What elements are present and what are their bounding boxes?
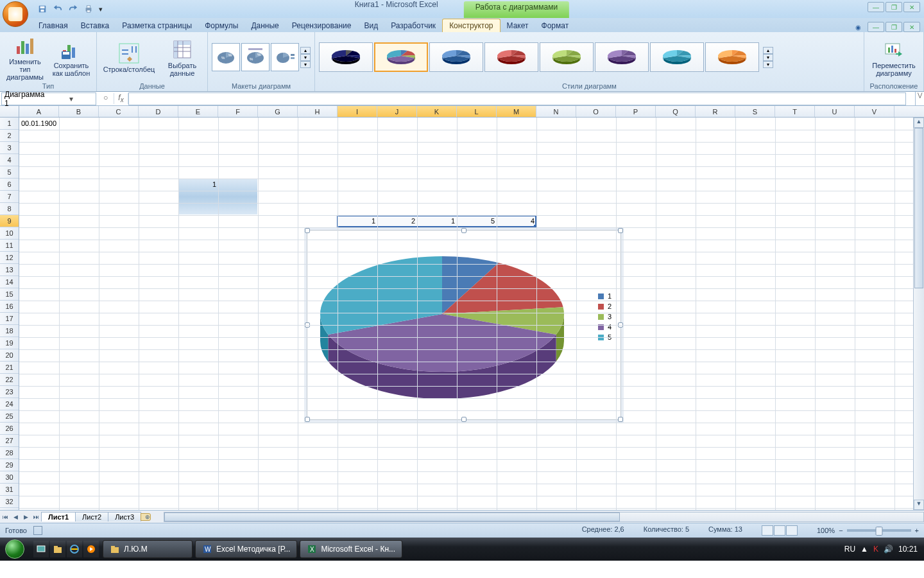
tray-lang[interactable]: RU [844, 545, 855, 554]
qat-undo-icon[interactable] [51, 3, 64, 15]
row-header-16[interactable]: 16 [0, 301, 19, 313]
formula-input[interactable] [128, 92, 906, 105]
layout-thumb-2[interactable]: %% [241, 43, 270, 71]
minimize-button[interactable]: — [868, 2, 884, 12]
ribbon-tab-Макет[interactable]: Макет [501, 19, 535, 32]
row-header-32[interactable]: 32 [0, 496, 19, 508]
col-header-G[interactable]: G [258, 106, 298, 117]
tray-volume-icon[interactable]: 🔊 [884, 545, 893, 554]
row-header-27[interactable]: 27 [0, 435, 19, 447]
ql-desktop-icon[interactable] [33, 541, 49, 557]
styles-scroll[interactable]: ▴▾▾ [763, 47, 773, 68]
row-header-19[interactable]: 19 [0, 337, 19, 349]
chart-style-1[interactable] [319, 42, 373, 72]
col-header-N[interactable]: N [536, 106, 576, 117]
col-header-O[interactable]: O [576, 106, 616, 117]
qat-redo-icon[interactable] [67, 3, 80, 15]
chart-legend[interactable]: 12345 [598, 290, 612, 344]
row-header-30[interactable]: 30 [0, 471, 19, 484]
scroll-down-icon[interactable]: ▼ [914, 500, 924, 510]
qat-dropdown-icon[interactable]: ▾ [98, 3, 104, 15]
view-break-icon[interactable] [786, 525, 798, 536]
row-header-14[interactable]: 14 [0, 276, 19, 288]
select-all-corner[interactable] [0, 106, 19, 117]
ql-explorer-icon[interactable] [50, 541, 65, 557]
new-sheet-icon[interactable]: ⊕ [141, 513, 151, 521]
tab-nav-first-icon[interactable]: ⏮ [0, 514, 10, 520]
scroll-thumb-h[interactable] [164, 512, 620, 521]
name-box-dropdown-icon[interactable]: ▾ [49, 94, 93, 103]
col-header-U[interactable]: U [815, 106, 855, 117]
layout-thumb-3[interactable] [271, 43, 299, 71]
cell-A1[interactable]: 00.01.1900 [19, 118, 59, 130]
row-header-1[interactable]: 1 [0, 118, 19, 130]
col-header-E[interactable]: E [178, 106, 218, 117]
fx-cancel-icon[interactable]: ○ [98, 93, 114, 103]
legend-item-2[interactable]: 2 [598, 302, 612, 310]
row-header-29[interactable]: 29 [0, 459, 19, 471]
col-header-D[interactable]: D [139, 106, 178, 117]
chart-style-7[interactable] [650, 42, 704, 72]
view-normal-icon[interactable] [762, 525, 773, 536]
legend-item-4[interactable]: 4 [598, 323, 612, 331]
ribbon-tab-Разработчик[interactable]: Разработчик [384, 19, 442, 32]
tab-nav-prev-icon[interactable]: ◀ [10, 514, 21, 520]
tray-clock[interactable]: 10:21 [898, 545, 918, 554]
row-header-7[interactable]: 7 [0, 191, 19, 203]
zoom-in-icon[interactable]: + [915, 527, 919, 534]
zoom-slider[interactable] [847, 529, 911, 532]
col-header-K[interactable]: K [417, 106, 457, 117]
ribbon-tab-Данные[interactable]: Данные [244, 19, 285, 32]
ribbon-tab-Формулы[interactable]: Формулы [198, 19, 244, 32]
row-header-15[interactable]: 15 [0, 288, 19, 301]
row-header-2[interactable]: 2 [0, 130, 19, 142]
taskbar-item-0[interactable]: Л.Ю.М [103, 540, 193, 558]
formula-expand-icon[interactable]: ⋁ [915, 92, 924, 106]
col-header-J[interactable]: J [377, 106, 417, 117]
zoom-out-icon[interactable]: − [839, 527, 843, 534]
col-header-I[interactable]: I [338, 106, 377, 117]
legend-item-3[interactable]: 3 [598, 313, 612, 320]
office-button[interactable] [3, 1, 28, 27]
row-header-18[interactable]: 18 [0, 325, 19, 337]
ribbon-tab-Вид[interactable]: Вид [357, 19, 384, 32]
change-chart-type-button[interactable]: Изменить тип диаграммы [4, 33, 46, 81]
col-header-R[interactable]: R [696, 106, 735, 117]
cell-L9[interactable]: 5 [457, 215, 497, 227]
row-header-21[interactable]: 21 [0, 362, 19, 374]
row-header-12[interactable]: 12 [0, 252, 19, 264]
ribbon-tab-Рецензирование[interactable]: Рецензирование [286, 19, 358, 32]
qat-save-icon[interactable] [36, 3, 49, 15]
col-header-P[interactable]: P [616, 106, 656, 117]
row-header-13[interactable]: 13 [0, 264, 19, 276]
close-button[interactable]: ✕ [903, 2, 920, 12]
doc-restore-button[interactable]: ❐ [886, 22, 902, 32]
col-header-S[interactable]: S [735, 106, 775, 117]
row-header-28[interactable]: 28 [0, 447, 19, 459]
doc-minimize-button[interactable]: — [868, 22, 884, 32]
ribbon-tab-Вставка[interactable]: Вставка [74, 19, 116, 32]
restore-button[interactable]: ❐ [886, 2, 902, 12]
chart-style-6[interactable] [595, 42, 649, 72]
row-header-23[interactable]: 23 [0, 386, 19, 398]
row-header-5[interactable]: 5 [0, 166, 19, 179]
name-box[interactable]: Диаграмма 1 ▾ [1, 92, 96, 105]
taskbar-item-1[interactable]: WExcel Методичка [Р... [195, 540, 297, 558]
col-header-M[interactable]: M [497, 106, 536, 117]
chart-grip-ne[interactable] [618, 228, 623, 233]
col-header-L[interactable]: L [457, 106, 497, 117]
vertical-scrollbar[interactable]: ▲ ▼ [913, 118, 924, 510]
col-header-Q[interactable]: Q [656, 106, 696, 117]
col-header-B[interactable]: B [59, 106, 99, 117]
legend-item-1[interactable]: 1 [598, 292, 612, 300]
select-data-button[interactable]: Выбрать данные [161, 37, 203, 77]
col-header-F[interactable]: F [218, 106, 258, 117]
move-chart-button[interactable]: Переместить диаграмму [868, 37, 920, 77]
row-header-26[interactable]: 26 [0, 423, 19, 435]
tray-kaspersky-icon[interactable]: K [873, 545, 878, 554]
scroll-thumb-v[interactable] [914, 128, 923, 288]
save-template-button[interactable]: Сохранить как шаблон [50, 37, 92, 77]
row-header-20[interactable]: 20 [0, 349, 19, 362]
row-header-6[interactable]: 6 [0, 179, 19, 191]
cell-I9[interactable]: 1 [338, 215, 377, 227]
